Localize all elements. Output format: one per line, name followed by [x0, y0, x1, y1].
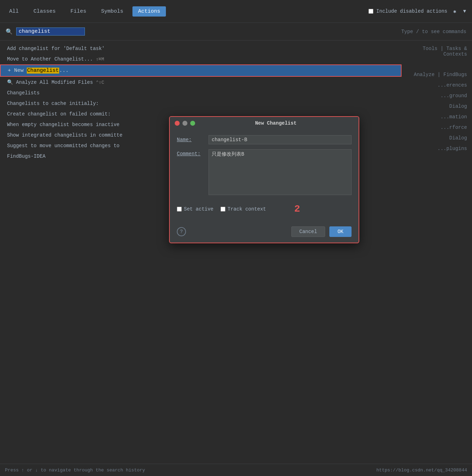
- list-item-move-text: Move to Another Changelist...: [7, 56, 96, 62]
- dialog-title: New Changelist: [198, 120, 354, 126]
- checkbox-row: Set active Track context 2: [177, 200, 352, 217]
- right-label-3: Analyze | FindBugs: [402, 69, 472, 80]
- include-disabled-checkbox[interactable]: [368, 9, 373, 14]
- settings-icon[interactable]: ✱: [451, 7, 459, 15]
- new-changelist-dialog: New Changelist Name: Comment: 只是修改列表B: [169, 116, 359, 243]
- right-label-6: Dialog: [402, 101, 472, 112]
- close-button[interactable]: [175, 121, 180, 126]
- cancel-button[interactable]: Cancel: [291, 226, 325, 237]
- tab-files[interactable]: Files: [65, 6, 92, 17]
- list-item-new-highlight: Changelist: [27, 68, 59, 74]
- action-list: Add changelist for 'Default task' Move t…: [0, 40, 402, 464]
- set-active-item: Set active: [177, 206, 213, 212]
- list-item-new-text: + New: [8, 68, 27, 74]
- status-url: https://blog.csdn.net/qq_34208844: [377, 468, 467, 473]
- list-item-new-changelist[interactable]: + New Changelist... 1: [0, 64, 402, 77]
- right-label-9: Dialog: [402, 133, 472, 143]
- status-nav-hint: Press ↑ or ↓ to navigate through the sea…: [5, 468, 145, 473]
- list-item-changelists[interactable]: Changelists: [0, 88, 402, 98]
- filter-icon[interactable]: ▼: [461, 7, 468, 15]
- name-input[interactable]: [209, 135, 352, 144]
- right-labels: Tools | Tasks & Contexts Analyze | FindB…: [402, 40, 472, 464]
- name-label-rest: ame:: [180, 137, 192, 143]
- list-item-move-shortcut: ⇧⌘M: [96, 57, 104, 62]
- right-label-10: ...plugins: [402, 143, 472, 154]
- comment-input[interactable]: 只是修改列表B: [209, 149, 352, 195]
- ok-button[interactable]: OK: [329, 226, 352, 237]
- right-label-7: ...mation: [402, 112, 472, 122]
- right-label-8: ...rforce: [402, 122, 472, 133]
- list-item-add-changelist[interactable]: Add changelist for 'Default task': [0, 43, 402, 54]
- list-item-new-ellipsis: ...: [59, 68, 69, 74]
- right-label-1: [402, 60, 472, 64]
- comment-row: Comment: 只是修改列表B: [177, 149, 352, 195]
- dialog-footer: ? Cancel OK: [170, 222, 359, 243]
- name-row: Name:: [177, 135, 352, 144]
- comment-label: Comment:: [177, 149, 209, 157]
- set-active-label: Set active: [184, 206, 213, 212]
- search-input[interactable]: [16, 27, 85, 36]
- dialog-body: Name: Comment: 只是修改列表B Set active: [170, 130, 359, 222]
- right-label-5: ...ground: [402, 90, 472, 101]
- name-label: Name:: [177, 135, 209, 143]
- tab-bar: All Classes Files Symbols Actions Includ…: [0, 0, 472, 23]
- list-item-changelists-cache[interactable]: Changelists to cache initially:: [0, 98, 402, 109]
- right-label-4: ...erences: [402, 80, 472, 90]
- minimize-button[interactable]: [182, 121, 187, 126]
- main-content: Add changelist for 'Default task' Move t…: [0, 40, 472, 464]
- search-input-wrapper: [16, 27, 85, 36]
- analyze-icon: 🔍: [7, 80, 16, 85]
- list-item-analyze-text: Analyze All Modified Files: [16, 80, 96, 85]
- list-item-move-to-changelist[interactable]: Move to Another Changelist... ⇧⌘M: [0, 54, 402, 64]
- maximize-button[interactable]: [190, 121, 195, 126]
- include-disabled-container: Include disabled actions: [368, 8, 447, 14]
- step2-annotation: 2: [294, 203, 300, 214]
- search-hint: Type / to see commands: [401, 29, 466, 35]
- right-label-0: Tools | Tasks & Contexts: [402, 43, 472, 60]
- dialog-titlebar: New Changelist: [170, 117, 359, 130]
- track-context-checkbox[interactable]: [221, 207, 225, 212]
- tab-all[interactable]: All: [4, 6, 24, 17]
- tab-actions[interactable]: Actions: [132, 6, 166, 17]
- comment-label-rest: omment:: [180, 151, 200, 157]
- list-item-analyze-shortcut: ⌃⇧C: [96, 80, 104, 85]
- right-label-2: [402, 64, 472, 69]
- track-context-label: Track context: [228, 206, 266, 212]
- track-context-item: Track context: [221, 206, 266, 212]
- tab-classes[interactable]: Classes: [28, 6, 61, 17]
- list-item-analyze[interactable]: 🔍 Analyze All Modified Files ⌃⇧C: [0, 77, 402, 88]
- tab-symbols[interactable]: Symbols: [95, 6, 129, 17]
- status-bar: Press ↑ or ↓ to navigate through the sea…: [0, 464, 472, 476]
- toolbar-icons: ✱ ▼: [451, 7, 468, 15]
- search-icon: 🔍: [6, 28, 13, 35]
- include-disabled-label: Include disabled actions: [376, 8, 447, 14]
- help-button[interactable]: ?: [177, 227, 186, 236]
- set-active-checkbox[interactable]: [177, 207, 182, 212]
- search-bar: 🔍 Type / to see commands: [0, 23, 472, 40]
